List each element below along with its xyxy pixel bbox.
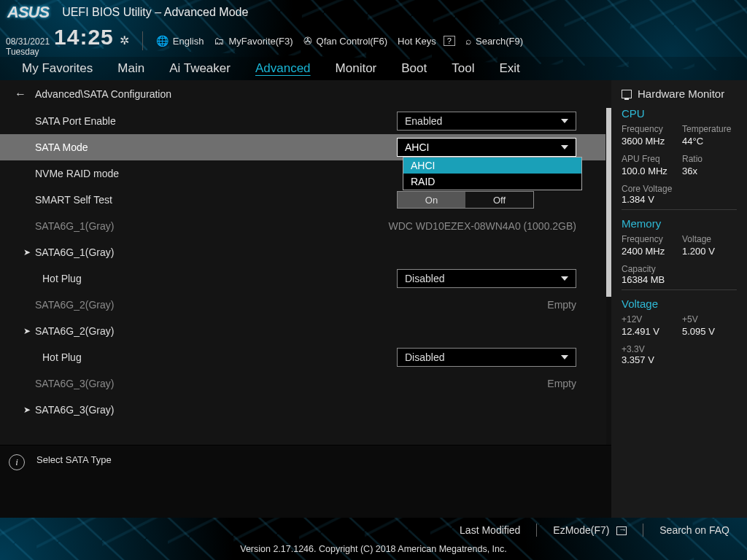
help-text: Select SATA Type <box>36 454 112 465</box>
row-sata6g-3-header[interactable]: ➤ SATA6G_3(Gray) <box>0 397 605 423</box>
nvme-raid-label: NVMe RAID mode <box>35 168 397 179</box>
row-sata-mode[interactable]: SATA Mode AHCI AHCI RAID <box>0 134 605 160</box>
tab-main[interactable]: Main <box>117 61 144 80</box>
row-sata6g-1-header[interactable]: ➤ SATA6G_1(Gray) <box>0 239 605 265</box>
back-arrow-icon[interactable]: ← <box>15 88 26 101</box>
volt-33-label: +3.3V <box>622 344 737 354</box>
sata-port-enable-select[interactable]: Enabled <box>397 112 576 131</box>
mem-capacity-value: 16384 MB <box>622 274 737 285</box>
port1-info-label: SATA6G_1(Gray) <box>35 220 388 232</box>
question-icon: ? <box>444 36 455 46</box>
smart-toggle-on[interactable]: On <box>398 192 465 208</box>
volt-12-value: 12.491 V <box>622 326 676 337</box>
row-sata6g-2-header[interactable]: ➤ SATA6G_2(Gray) <box>0 318 605 344</box>
port2-info-value: Empty <box>547 299 576 311</box>
row-hot-plug-1[interactable]: Hot Plug Disabled <box>0 265 605 292</box>
mem-voltage-value: 1.200 V <box>682 246 737 257</box>
hotkeys-label: Hot Keys <box>398 36 436 47</box>
sata-mode-dropdown: AHCI RAID <box>403 157 582 190</box>
version-text: Version 2.17.1246. Copyright (C) 2018 Am… <box>0 544 747 560</box>
date-text: 08/31/2021 <box>6 37 50 47</box>
cpu-corev-label: Core Voltage <box>622 184 737 194</box>
chevron-down-icon <box>561 119 568 123</box>
settings-scrollbar[interactable] <box>606 108 611 445</box>
volt-12-label: +12V <box>622 314 676 324</box>
mem-voltage-label: Voltage <box>682 234 737 244</box>
cpu-ratio-label: Ratio <box>682 154 737 164</box>
row-hot-plug-2[interactable]: Hot Plug Disabled <box>0 344 605 370</box>
app-title: UEFI BIOS Utility – Advanced Mode <box>62 6 248 19</box>
tab-my-favorites[interactable]: My Favorites <box>22 61 93 80</box>
sata-port-enable-value: Enabled <box>405 115 442 127</box>
tab-exit[interactable]: Exit <box>499 61 519 80</box>
tab-tool[interactable]: Tool <box>452 61 474 80</box>
search-label: Search(F9) <box>476 36 523 47</box>
row-sata6g-3-info: SATA6G_3(Gray) Empty <box>0 370 605 397</box>
search-button[interactable]: ⌕ Search(F9) <box>465 35 523 47</box>
ezmode-button[interactable]: EzMode(F7) <box>553 524 627 536</box>
port1-header-label: SATA6G_1(Gray) <box>35 246 576 258</box>
hotplug2-value: Disabled <box>405 351 444 363</box>
hotplug1-select[interactable]: Disabled <box>397 269 576 288</box>
last-modified-button[interactable]: Last Modified <box>460 524 520 536</box>
port3-header-label: SATA6G_3(Gray) <box>35 404 576 416</box>
chevron-right-icon: ➤ <box>23 247 31 257</box>
mem-capacity-label: Capacity <box>622 264 737 274</box>
memory-section-title: Memory <box>622 217 737 230</box>
row-sata6g-1-info: SATA6G_1(Gray) WDC WD10EZEX-08WN4A0 (100… <box>0 213 605 239</box>
sata-mode-option-ahci[interactable]: AHCI <box>403 158 581 174</box>
hotplug1-label: Hot Plug <box>42 273 397 284</box>
myfavorite-button[interactable]: 🗂 MyFavorite(F3) <box>214 35 293 47</box>
search-faq-button[interactable]: Search on FAQ <box>659 524 729 536</box>
top-toolbar: 08/31/2021 Tuesday 14:25 ✲ 🌐 English 🗂 M… <box>0 25 747 57</box>
language-selector[interactable]: 🌐 English <box>156 35 204 47</box>
search-icon: ⌕ <box>465 35 471 47</box>
hardware-monitor-title: Hardware Monitor <box>638 88 724 100</box>
globe-icon: 🌐 <box>156 35 169 47</box>
smart-toggle[interactable]: On Off <box>397 191 534 209</box>
hotkeys-button[interactable]: Hot Keys ? <box>398 36 455 47</box>
chevron-right-icon: ➤ <box>23 326 31 336</box>
hotplug2-label: Hot Plug <box>42 351 397 363</box>
sata-mode-label: SATA Mode <box>35 141 397 153</box>
cpu-temperature-value: 44°C <box>682 136 737 147</box>
port1-info-value: WDC WD10EZEX-08WN4A0 (1000.2GB) <box>388 220 576 232</box>
myfavorite-label: MyFavorite(F3) <box>228 36 293 47</box>
clock-settings-icon[interactable]: ✲ <box>120 34 129 47</box>
cpu-apu-label: APU Freq <box>622 154 676 164</box>
chevron-right-icon: ➤ <box>23 405 31 415</box>
row-sata-port-enable[interactable]: SATA Port Enable Enabled <box>0 108 605 134</box>
smart-toggle-off[interactable]: Off <box>465 192 533 208</box>
chevron-down-icon <box>561 145 568 149</box>
qfan-button[interactable]: ✇ Qfan Control(F6) <box>303 35 388 47</box>
tab-boot[interactable]: Boot <box>401 61 427 80</box>
hardware-monitor-panel: Hardware Monitor CPU Frequency Temperatu… <box>611 80 747 518</box>
volt-33-value: 3.357 V <box>622 354 737 365</box>
exit-icon <box>616 526 627 535</box>
main-nav-tabs: My Favorites Main Ai Tweaker Advanced Mo… <box>0 57 747 80</box>
cpu-ratio-value: 36x <box>682 166 737 176</box>
sata-port-enable-label: SATA Port Enable <box>35 115 397 127</box>
brand-logo: ASUS <box>7 3 49 22</box>
tab-advanced[interactable]: Advanced <box>255 61 311 80</box>
port2-info-label: SATA6G_2(Gray) <box>35 299 547 311</box>
hotplug2-select[interactable]: Disabled <box>397 348 576 367</box>
scrollbar-thumb[interactable] <box>606 108 611 297</box>
time-text: 14:25 <box>54 25 114 50</box>
port3-info-value: Empty <box>547 378 576 389</box>
sata-mode-select[interactable]: AHCI <box>397 138 576 157</box>
chevron-down-icon <box>561 355 568 359</box>
chevron-down-icon <box>561 276 568 281</box>
breadcrumb-text: Advanced\SATA Configuration <box>35 88 171 100</box>
sata-mode-option-raid[interactable]: RAID <box>403 174 581 190</box>
voltage-section-title: Voltage <box>622 298 737 310</box>
tab-monitor[interactable]: Monitor <box>336 61 377 80</box>
volt-5-value: 5.095 V <box>682 326 737 337</box>
cpu-apu-value: 100.0 MHz <box>622 166 676 176</box>
mem-frequency-value: 2400 MHz <box>622 246 676 257</box>
cpu-corev-value: 1.384 V <box>622 194 737 205</box>
tab-ai-tweaker[interactable]: Ai Tweaker <box>169 61 231 80</box>
fan-icon: ✇ <box>303 35 312 47</box>
smart-label: SMART Self Test <box>35 194 397 206</box>
row-smart-self-test[interactable]: SMART Self Test On Off <box>0 187 605 213</box>
